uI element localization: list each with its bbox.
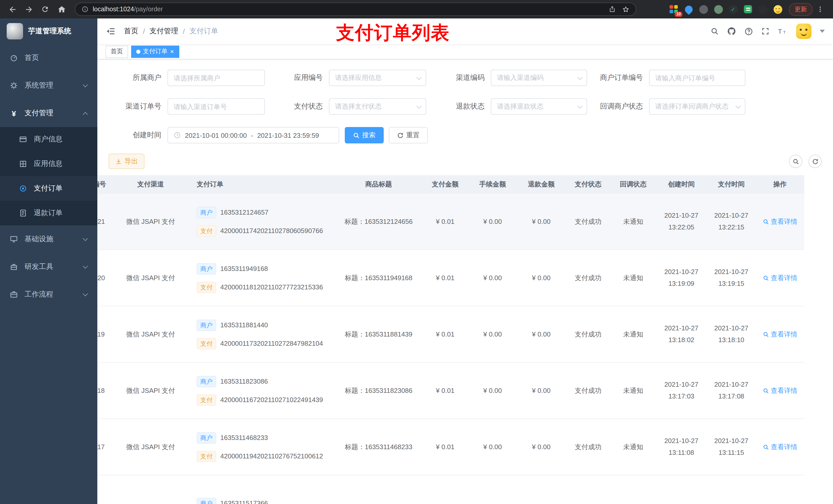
pay-status-select[interactable]: 请选择支付状态 xyxy=(329,98,426,115)
pay-badge: 支付 xyxy=(197,451,216,462)
search-icon[interactable] xyxy=(711,27,719,35)
channel-order-no-label: 渠道订单号 xyxy=(97,102,168,111)
extension-green-circle-icon[interactable] xyxy=(713,4,723,14)
channel-order-no-input[interactable] xyxy=(168,98,265,115)
col-title: 商品标题 xyxy=(335,179,422,190)
export-button[interactable]: 导出 xyxy=(109,154,144,169)
grid-icon xyxy=(19,160,28,168)
reset-button[interactable]: 重置 xyxy=(389,127,428,143)
extension-badge: 10 xyxy=(675,12,682,17)
sidebar-item-pay[interactable]: ¥ 支付管理 xyxy=(0,99,97,127)
browser-back-icon[interactable] xyxy=(5,2,20,16)
col-create-time: 创建时间 xyxy=(656,179,707,190)
sidebar-item-refund-order[interactable]: 退款订单 xyxy=(0,201,97,225)
question-icon[interactable] xyxy=(744,27,753,35)
site-info-icon[interactable] xyxy=(81,6,89,13)
search-button[interactable]: 搜索 xyxy=(345,127,384,143)
table-refresh-button[interactable] xyxy=(808,155,822,168)
profile-avatar-icon[interactable] xyxy=(772,4,783,14)
browser-home-icon[interactable] xyxy=(54,2,69,16)
view-detail-link[interactable]: 查看详情 xyxy=(763,273,798,283)
sidebar-toggle-icon[interactable] xyxy=(105,26,116,37)
view-detail-link[interactable]: 查看详情 xyxy=(763,442,798,452)
cell-fee: ¥ 0.00 xyxy=(468,217,517,226)
table-row: 商户1635311517366 xyxy=(97,475,804,504)
table-search-button[interactable] xyxy=(789,155,802,168)
cell-order: 商户1635311949168 支付4200001181202110277723… xyxy=(187,263,335,293)
tab-home[interactable]: 首页 xyxy=(105,45,128,57)
merchant-badge: 商户 xyxy=(197,263,216,274)
close-tab-icon[interactable]: × xyxy=(170,48,174,55)
browser-reload-icon[interactable] xyxy=(38,2,52,16)
cell-fee: ¥ 0.00 xyxy=(468,442,517,452)
cell-create-time: 2021-10-2713:18:02 xyxy=(656,323,707,345)
github-icon[interactable] xyxy=(727,27,736,36)
channel-code-select[interactable]: 请输入渠道编码 xyxy=(491,70,587,86)
sidebar-item-app-info[interactable]: 应用信息 xyxy=(0,152,97,176)
sidebar-item-workflow[interactable]: 工作流程 xyxy=(0,281,97,308)
monitor-icon xyxy=(9,235,19,243)
pay-badge: 支付 xyxy=(197,338,216,349)
sidebar-item-dev-tools[interactable]: 研发工具 xyxy=(0,253,97,281)
sidebar-item-infra[interactable]: 基础设施 xyxy=(0,225,97,253)
cell-notify: 未通知 xyxy=(611,273,656,283)
cell-pay-time: 2021-10-2713:18:10 xyxy=(707,323,756,345)
briefcase-icon xyxy=(9,290,19,298)
search-icon xyxy=(792,158,799,165)
merchant-badge: 商户 xyxy=(197,376,216,387)
view-detail-link[interactable]: 查看详情 xyxy=(763,386,798,396)
extension-dark-circle-icon[interactable] xyxy=(698,4,709,14)
app-id-select[interactable]: 请选择应用信息 xyxy=(329,70,426,86)
bookmark-star-icon[interactable] xyxy=(622,5,629,13)
view-detail-link[interactable]: 查看详情 xyxy=(763,329,798,339)
merchant-badge: 商户 xyxy=(197,319,216,331)
breadcrumb-section[interactable]: 支付管理 xyxy=(149,27,178,36)
cell-status: 支付成功 xyxy=(566,442,611,452)
fullscreen-icon[interactable] xyxy=(761,27,769,35)
notify-status-label: 回调商户状态 xyxy=(587,102,649,111)
cell-order: 商户1635311823086 支付4200001167202110271022… xyxy=(187,376,335,405)
cell-amount: ¥ 0.01 xyxy=(422,217,468,226)
create-time-range[interactable]: 2021-10-01 00:00:00 - 2021-10-31 23:59:5… xyxy=(168,127,339,143)
tab-pay-order[interactable]: 支付订单 × xyxy=(131,45,179,57)
notify-status-select[interactable]: 请选择订单回调商户状态 xyxy=(649,98,745,115)
view-detail-link[interactable]: 查看详情 xyxy=(763,217,798,226)
address-bar[interactable]: localhost:1024/pay/order xyxy=(75,3,636,16)
cell-fee: ¥ 0.00 xyxy=(468,386,517,396)
breadcrumb-home[interactable]: 首页 xyxy=(124,27,138,36)
browser-update-button[interactable]: 更新 xyxy=(789,3,812,16)
col-action: 操作 xyxy=(756,179,804,190)
target-icon xyxy=(19,184,28,193)
cell-refund: ¥ 0.00 xyxy=(517,217,566,226)
chevron-down-icon xyxy=(416,103,422,108)
extension-puzzle-icon[interactable] xyxy=(758,4,768,14)
font-size-icon[interactable]: TT xyxy=(778,27,788,35)
merchant-order-no-input[interactable] xyxy=(649,70,745,86)
sidebar-item-system[interactable]: 系统管理 xyxy=(0,72,97,99)
tags-view: 首页 支付订单 × xyxy=(97,44,833,59)
owner-merchant-input[interactable] xyxy=(168,70,265,86)
cell-channel: 微信 JSAPI 支付 xyxy=(115,273,187,283)
user-avatar[interactable] xyxy=(796,24,811,39)
browser-forward-icon[interactable] xyxy=(22,2,36,16)
owner-merchant-label: 所属商户 xyxy=(97,73,168,82)
cell-id: 118 xyxy=(97,386,115,396)
browser-menu-icon[interactable] xyxy=(817,5,824,13)
chevron-down-icon xyxy=(577,103,582,108)
share-icon[interactable] xyxy=(609,6,616,13)
extension-check-icon[interactable]: ✓ xyxy=(728,4,738,14)
extension-chat-icon[interactable] xyxy=(743,4,753,14)
page-content: 所属商户 应用编号 请选择应用信息 渠道编码 请输入渠道编码 商户订单编号 渠道… xyxy=(97,59,833,504)
sidebar-item-pay-order[interactable]: 支付订单 xyxy=(0,176,97,201)
caret-down-icon[interactable] xyxy=(820,30,825,33)
sidebar-item-home[interactable]: 首页 xyxy=(0,44,97,72)
chevron-down-icon xyxy=(83,82,88,87)
refund-status-select[interactable]: 请选择退款状态 xyxy=(491,98,587,115)
sidebar-item-merchant-info[interactable]: 商户信息 xyxy=(0,127,97,152)
search-icon xyxy=(763,275,769,281)
browser-chrome: localhost:1024/pay/order 10 ✓ 更新 xyxy=(0,0,833,19)
col-status: 支付状态 xyxy=(566,179,611,190)
extension-drop-icon[interactable] xyxy=(684,4,694,14)
extension-colorful-icon[interactable]: 10 xyxy=(669,4,679,14)
pay-badge: 支付 xyxy=(197,225,216,236)
